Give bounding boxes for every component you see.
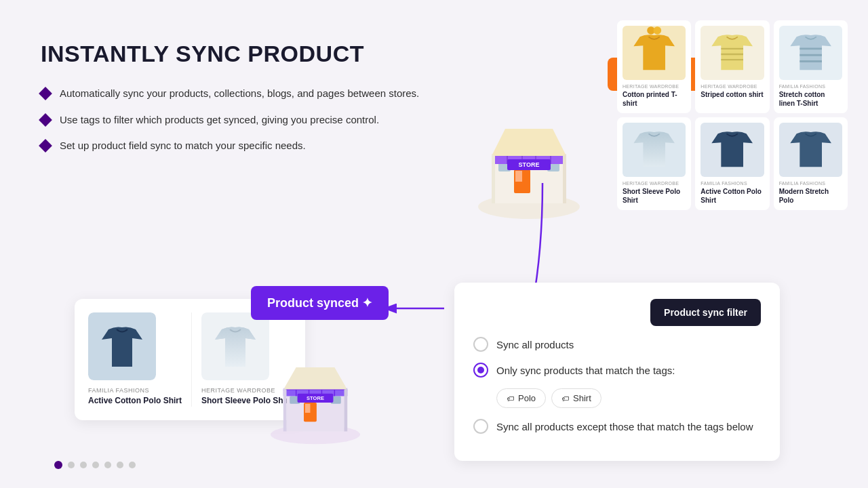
svg-text:STORE: STORE xyxy=(519,161,540,168)
radio-option-3[interactable]: Sync all products except those that matc… xyxy=(473,419,761,434)
grid-card-3: FAMILIA FASHIONS Stretch cotton linen T-… xyxy=(774,20,848,113)
right-product-grid: HERITAGE WARDROBE Cotton printed T-shirt… xyxy=(617,20,848,210)
radio-option-1[interactable]: Sync all products xyxy=(473,337,761,352)
tag-icon-shirt: 🏷 xyxy=(561,394,569,403)
grid-name-3: Stretch cotton linen T-Shirt xyxy=(779,90,842,108)
grid-card-5: FAMILIA FASHIONS Active Cotton Polo Shir… xyxy=(695,117,769,210)
feature-item-1: Automatically sync your products, collec… xyxy=(41,86,434,102)
diamond-icon-3 xyxy=(39,139,52,152)
tag-shirt[interactable]: 🏷 Shirt xyxy=(551,388,601,408)
grid-name-6: Modern Stretch Polo xyxy=(779,187,842,205)
product-card-1: FAMILIA FASHIONS Active Cotton Polo Shir… xyxy=(88,312,192,407)
grid-thumb-5 xyxy=(701,123,764,177)
dot-7[interactable] xyxy=(129,462,136,468)
grid-brand-3: FAMILIA FASHIONS xyxy=(779,84,842,89)
dot-5[interactable] xyxy=(104,462,111,468)
product-name-1: Active Cotton Polo Shirt xyxy=(88,396,182,407)
main-title: INSTANTLY SYNC PRODUCT xyxy=(41,41,434,67)
grid-brand-1: HERITAGE WARDROBE xyxy=(623,84,686,89)
diamond-icon-1 xyxy=(39,87,52,100)
grid-name-4: Short Sleeve Polo Shirt xyxy=(623,187,686,205)
svg-marker-18 xyxy=(344,388,348,431)
grid-brand-2: HERITAGE WARDROBE xyxy=(701,84,764,89)
dot-4[interactable] xyxy=(92,462,99,468)
store-svg-bottom: STORE xyxy=(258,332,373,447)
diamond-icon-2 xyxy=(39,113,52,127)
brand-label-1: FAMILIA FASHIONS xyxy=(88,387,182,394)
radio-option-2[interactable]: Only sync products that match the tags: xyxy=(473,363,761,378)
grid-thumb-4 xyxy=(623,123,686,177)
left-section: INSTANTLY SYNC PRODUCT Automatically syn… xyxy=(41,41,434,174)
svg-rect-7 xyxy=(305,404,311,413)
svg-text:STORE: STORE xyxy=(307,395,324,401)
tag-polo[interactable]: 🏷 Polo xyxy=(496,388,546,408)
grid-thumb-6 xyxy=(779,123,842,177)
feature-item-3: Set up product field sync to match your … xyxy=(41,138,434,154)
grid-name-2: Striped cotton shirt xyxy=(701,90,764,99)
radio-circle-3[interactable] xyxy=(473,419,488,434)
dot-3[interactable] xyxy=(80,462,87,468)
feature-list: Automatically sync your products, collec… xyxy=(41,86,434,154)
dot-6[interactable] xyxy=(117,462,123,468)
grid-card-6: FAMILIA FASHIONS Modern Stretch Polo xyxy=(774,117,848,210)
grid-card-2: HERITAGE WARDROBE Striped cotton shirt xyxy=(695,20,769,113)
svg-marker-19 xyxy=(283,388,287,431)
filter-panel: Product sync filter Sync all products On… xyxy=(454,283,780,461)
grid-name-1: Cotton printed T-shirt xyxy=(623,90,686,108)
pagination xyxy=(54,461,136,469)
dot-2[interactable] xyxy=(68,462,75,468)
tags-row: 🏷 Polo 🏷 Shirt xyxy=(496,388,761,408)
filter-button[interactable]: Product sync filter xyxy=(650,299,761,326)
grid-name-5: Active Cotton Polo Shirt xyxy=(701,187,764,205)
grid-brand-6: FAMILIA FASHIONS xyxy=(779,181,842,186)
grid-card-4: HERITAGE WARDROBE Short Sleeve Polo Shir… xyxy=(617,117,691,210)
dot-1[interactable] xyxy=(54,461,62,469)
svg-point-38 xyxy=(653,27,661,35)
svg-rect-24 xyxy=(515,171,522,182)
grid-thumb-2 xyxy=(701,26,764,80)
svg-marker-22 xyxy=(492,129,566,156)
tag-icon-polo: 🏷 xyxy=(507,394,514,403)
svg-marker-35 xyxy=(492,154,495,203)
product-synced-badge: Product synced ✦ xyxy=(251,286,389,320)
filter-header: Product sync filter xyxy=(473,299,761,326)
radio-circle-1[interactable] xyxy=(473,337,488,352)
svg-marker-5 xyxy=(283,367,347,390)
store-bottom-illustration: STORE xyxy=(258,332,373,447)
shirt-svg-1 xyxy=(88,312,156,380)
grid-card-1: HERITAGE WARDROBE Cotton printed T-shirt xyxy=(617,20,691,113)
grid-brand-5: FAMILIA FASHIONS xyxy=(701,181,764,186)
grid-items: HERITAGE WARDROBE Cotton printed T-shirt… xyxy=(617,20,848,210)
product-thumb-1 xyxy=(88,312,156,380)
radio-circle-2[interactable] xyxy=(473,363,488,378)
left-arrow xyxy=(376,291,458,325)
grid-brand-4: HERITAGE WARDROBE xyxy=(623,181,686,186)
feature-item-2: Use tags to filter which products get sy… xyxy=(41,113,434,128)
grid-thumb-3 xyxy=(779,26,842,80)
grid-thumb-1 xyxy=(623,26,686,80)
